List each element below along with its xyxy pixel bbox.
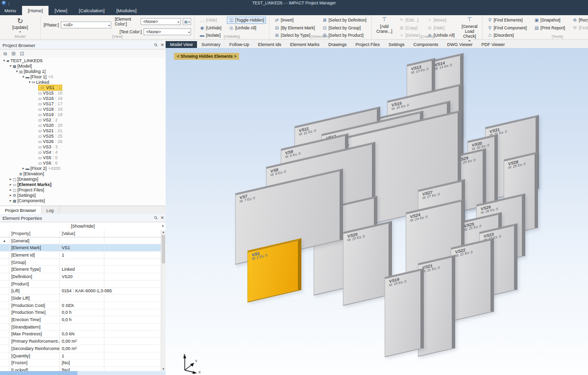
menu-tab-home[interactable]: [Home] xyxy=(22,6,49,15)
tree-item-vs6[interactable]: ▭VS6: 6 xyxy=(0,160,166,165)
dock-tab-project-browser[interactable]: Project Browser xyxy=(0,206,42,214)
tree-item-drawings[interactable]: ▸▢[Drawings] xyxy=(0,176,166,182)
horizontal-scrollbar[interactable] xyxy=(0,371,166,375)
menu-button[interactable]: Menu xyxy=(0,8,22,15)
expand-tree-icon[interactable]: ⧉ xyxy=(3,51,7,57)
select-by-definition-button[interactable]: ⊠[Select by Definition] xyxy=(320,17,368,24)
property-row-definition[interactable]: [Definition]VS20 xyxy=(0,273,161,281)
edit-crane-button[interactable]: ✎[Edit...] xyxy=(397,17,422,24)
tree-expander-icon[interactable]: ▸ xyxy=(8,188,13,192)
property-row-lift[interactable]: [Lift]0154 : KAK-6000-1,3-085 xyxy=(0,288,161,295)
close-icon[interactable]: ✕ xyxy=(160,215,164,220)
tree-item-settings[interactable]: ▸⚙[Settings] xyxy=(0,192,166,198)
element-color-picker-button[interactable]: ▦▾ xyxy=(183,18,192,25)
snapshot-button[interactable]: ▣[Snapshot] xyxy=(532,17,567,24)
view-tab-model-view[interactable]: Model View xyxy=(166,41,197,48)
model-panel-vs19[interactable]: VS19Id: 19 Es: 0 xyxy=(385,268,424,357)
collapse-tree-icon[interactable]: ⊞ xyxy=(11,51,15,56)
showing-hidden-elements-badge[interactable]: < Showing Hidden Elements > xyxy=(174,53,239,60)
tree-item-floor-2[interactable]: ▸▬[Floor 2]+4200 xyxy=(0,165,166,171)
tree-item-vs26[interactable]: ▭VS26: 26 xyxy=(0,139,166,144)
print-report-button[interactable]: ▤[Print Report] xyxy=(532,24,567,32)
property-row-quantity[interactable]: [Quantity]1 xyxy=(0,352,161,360)
collapse-group-icon[interactable]: ▴ xyxy=(0,237,9,244)
tree-item-vs3[interactable]: ▭VS3: 3 xyxy=(0,144,166,149)
find-component-button[interactable]: ⚲[Find Component] xyxy=(486,24,529,32)
tree-item-element-marks[interactable]: ▸▭[Element Marks] xyxy=(0,182,166,187)
menu-tab-view[interactable]: [View] xyxy=(49,6,73,15)
model-viewport[interactable]: VS14Id: 14 Es: 0VS13Id: 13 Es: 0VS15Id: … xyxy=(166,48,588,375)
property-row-side-lift[interactable]: [Side Lift] xyxy=(0,295,161,302)
property-row-general[interactable]: ▴[General] xyxy=(0,237,161,245)
pin-icon[interactable]: ⚲ xyxy=(153,42,159,48)
tree-item-linked[interactable]: ▾⚯Linked xyxy=(0,79,166,85)
property-row-product[interactable]: [Product] xyxy=(0,281,161,288)
element-color-select[interactable]: <None>▾ xyxy=(141,18,181,25)
view-tab-follow-up[interactable]: Follow-Up xyxy=(225,41,254,48)
view-tab-dwg-viewer[interactable]: DWG Viewer xyxy=(443,41,477,48)
hide-button[interactable]: ◡[Hide] xyxy=(197,17,223,24)
hide-crane-button[interactable]: ⊖[Hide] xyxy=(425,24,457,32)
property-row-production-cost[interactable]: [Production Cost]0 SEK xyxy=(0,302,161,309)
unhide-all-button[interactable]: ◎[Unhide All] xyxy=(227,24,266,32)
tree-item-vs20[interactable]: ▭VS20: 20 xyxy=(0,122,166,128)
tree-expander-icon[interactable]: ▸ xyxy=(8,183,13,187)
close-icon[interactable]: ✕ xyxy=(160,43,164,47)
tree-item-floor-1[interactable]: ▾▬[Floor 1]+0 xyxy=(0,74,166,79)
add-crane-button[interactable]: ⊤[AddCrane...] xyxy=(375,17,394,34)
by-element-mark-button[interactable]: ⊟[By Element Mark] xyxy=(272,24,317,32)
tree-item-vs4[interactable]: ▭VS4: 4 xyxy=(0,149,166,155)
properties-scrollbar[interactable]: ▲ ▼ xyxy=(161,230,166,371)
tree-expander-icon[interactable]: ▸ xyxy=(8,193,13,197)
tree-item-vs21[interactable]: ▭VS21: 21 xyxy=(0,128,166,133)
sync-selection-icon[interactable]: ⊡ xyxy=(20,51,24,56)
scrollbar-thumb[interactable] xyxy=(162,235,165,263)
tree-item-building-1[interactable]: ▾▤[Building 1] xyxy=(0,69,166,74)
menu-tab-modules[interactable]: [Modules] xyxy=(110,6,142,15)
general-load-check-button[interactable]: ⊤[GeneralLoad Check] ▾ xyxy=(460,17,479,44)
tree-item-vs25[interactable]: ▭VS25: 25 xyxy=(0,133,166,139)
dock-tab-log[interactable]: Log xyxy=(42,206,59,214)
property-row-erection-time[interactable]: [Erection Time]0,0 h xyxy=(0,316,161,324)
tree-item-project-files[interactable]: ▸▢[Project Files] xyxy=(0,187,166,192)
tree-item-model[interactable]: ▾▦[Model] xyxy=(0,63,166,69)
view-tab-element-ids[interactable]: Element Ids xyxy=(253,41,286,48)
property-row-element-id[interactable]: [Element Id]1 xyxy=(0,252,161,259)
tree-expander-icon[interactable]: ▾ xyxy=(15,70,19,73)
invert-button[interactable]: ⇄[Invert] xyxy=(272,17,317,24)
property-row-group[interactable]: [Group] xyxy=(0,259,161,266)
property-row-element-type[interactable]: [Element Type]Linked xyxy=(0,266,161,273)
property-view-select[interactable]: [Show/Hide] ▾ xyxy=(0,222,166,231)
find-corrupted-elements-button[interactable]: ⚒[Find Corrupted Elements] xyxy=(570,24,588,32)
move-crane-button[interactable]: +[Move] xyxy=(425,17,457,24)
tree-expander-icon[interactable]: ▾ xyxy=(21,75,25,79)
tree-item-vs16[interactable]: ▭VS16: 16 xyxy=(0,95,166,101)
view-tab-drawings[interactable]: Drawings xyxy=(324,41,351,48)
view-tab-components[interactable]: Components xyxy=(409,41,443,48)
view-tab-summary[interactable]: Summary xyxy=(197,41,225,48)
pin-icon[interactable]: ⚲ xyxy=(153,215,159,221)
view-tab-pdf-viewer[interactable]: PDF Viewer xyxy=(477,41,509,48)
tree-item-components[interactable]: ▸▦[Components] xyxy=(0,198,166,203)
property-row-max-prestress[interactable]: [Max Prestress]0,0 kN xyxy=(0,331,161,338)
tree-item-elevation[interactable]: ≣[Elevation] xyxy=(0,171,166,176)
model-panel-vs22[interactable]: VS22Id: 22 Es: 0 xyxy=(451,238,494,322)
tree-item-project-test-linked5[interactable]: ▾▰TEST_LINKED5 xyxy=(0,58,166,63)
copy-crane-button[interactable]: ⊞[Copy] xyxy=(397,24,422,32)
tree-item-vs15[interactable]: ▭VS15: 15 xyxy=(0,90,166,95)
scroll-up-icon[interactable]: ▲ xyxy=(161,231,166,234)
property-row-primary-reinforcement-area[interactable]: [Primary Reinforcement Area]0,00 m² xyxy=(0,338,161,345)
property-row-frozen[interactable]: [Frozen][No] xyxy=(0,359,161,367)
tree-item-vs5[interactable]: ▭VS5: 5 xyxy=(0,155,166,160)
property-row-element-mark[interactable]: [Element Mark]VS1 xyxy=(0,244,161,252)
tree-expander-icon[interactable]: ▸ xyxy=(8,177,13,181)
tree-item-vs2[interactable]: ▭VS2: 2 xyxy=(0,117,166,122)
recycle-bin-button[interactable]: ♻[Recycle Bin] xyxy=(570,17,588,24)
tree-expander-icon[interactable]: ▾ xyxy=(2,59,6,63)
tree-expander-icon[interactable]: ▾ xyxy=(27,80,32,84)
menu-tab-calculation[interactable]: [Calculation] xyxy=(73,6,110,15)
tree-item-vs17[interactable]: ▭VS17: 17 xyxy=(0,101,166,106)
property-row-strandpattern[interactable]: [Strandpattern] xyxy=(0,324,161,331)
view-tab-settings[interactable]: Settings xyxy=(384,41,409,48)
tree-expander-icon[interactable]: ▸ xyxy=(21,166,25,170)
